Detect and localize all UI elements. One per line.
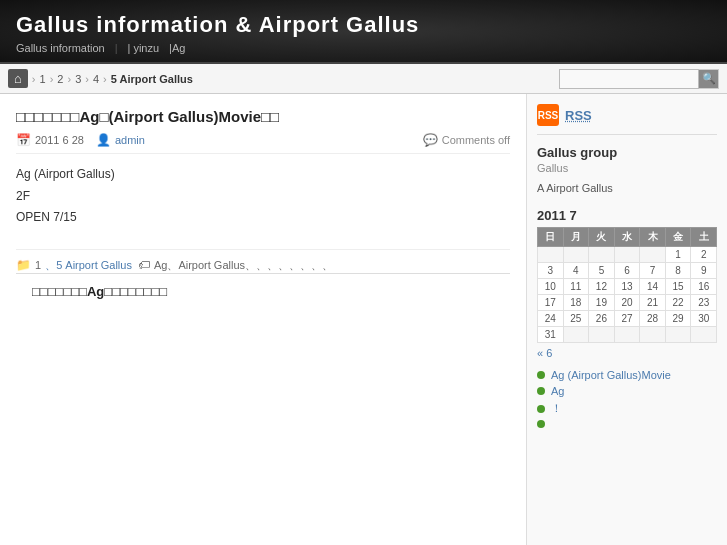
dot-icon-1: [537, 371, 545, 379]
breadcrumb-5[interactable]: 5 Airport Gallus: [111, 73, 193, 85]
cal-cell: [640, 247, 666, 263]
sidebar-link-a[interactable]: A Airport Gallus: [537, 182, 717, 194]
tag-icon: 🏷: [138, 258, 150, 272]
cal-cell: 24: [538, 311, 564, 327]
cal-th-fri: 金: [665, 228, 691, 247]
sidebar-link-label-2[interactable]: Ag: [551, 385, 564, 397]
cal-cell: 19: [589, 295, 615, 311]
gallus-group-section: Gallus group Gallus A Airport Gallus: [537, 145, 717, 194]
footer-folder-num: 1: [35, 259, 41, 271]
site-header: Gallus information & Airport Gallus Gall…: [0, 0, 727, 64]
footer-tags-text: Ag、Airport Gallus、、、、、、、、: [154, 258, 333, 273]
folder-icon: 📁: [16, 258, 31, 272]
footer-tags: 🏷 Ag、Airport Gallus、、、、、、、、: [138, 258, 333, 273]
breadcrumb-link-2[interactable]: 2: [57, 73, 63, 85]
cal-cell: 8: [665, 263, 691, 279]
cal-cell: 27: [614, 311, 640, 327]
article: □□□□□□□Ag□(Airport Gallus)Movie□□ 📅 2011…: [16, 108, 510, 229]
page-bottom-title: □□□□□□□Ag□□□□□□□□: [16, 273, 510, 309]
cal-th-tue: 火: [589, 228, 615, 247]
sidebar-link-item-3: ！: [537, 401, 717, 416]
gallus-group-subtitle: Gallus: [537, 162, 717, 174]
breadcrumb-link-3[interactable]: 3: [75, 73, 81, 85]
breadcrumb-link-4[interactable]: 4: [93, 73, 99, 85]
cal-cell: 31: [538, 327, 564, 343]
breadcrumb-4[interactable]: 4: [93, 73, 99, 85]
dot-icon-4: [537, 420, 545, 428]
cal-cell: 17: [538, 295, 564, 311]
cal-cell: [538, 247, 564, 263]
nav-item-ag: |Ag: [169, 42, 185, 54]
cal-cell: 22: [665, 295, 691, 311]
breadcrumb: ⌂ › 1 › 2 › 3 › 4 › 5 Airport Gallus: [8, 69, 193, 88]
user-icon: 👤: [96, 133, 111, 147]
dot-icon-3: [537, 405, 545, 413]
cal-cell: 3: [538, 263, 564, 279]
cal-th-sat: 土: [691, 228, 717, 247]
search-box: 🔍: [559, 69, 719, 89]
article-meta: 📅 2011 6 28 👤 admin 💬 Comments off: [16, 133, 510, 154]
topbar: ⌂ › 1 › 2 › 3 › 4 › 5 Airport Gallus 🔍: [0, 64, 727, 94]
cal-cell: 23: [691, 295, 717, 311]
cal-cell: [563, 327, 589, 343]
cal-cell: 30: [691, 311, 717, 327]
article-body-line2: 2F: [16, 186, 510, 208]
cal-cell: [589, 247, 615, 263]
site-title: Gallus information & Airport Gallus: [16, 12, 711, 38]
breadcrumb-sep-2: ›: [67, 73, 71, 85]
calendar-table: 日 月 火 水 木 金 土 1 2 3: [537, 227, 717, 343]
cal-th-thu: 木: [640, 228, 666, 247]
cal-cell: 2: [691, 247, 717, 263]
cal-cell: 25: [563, 311, 589, 327]
search-icon: 🔍: [702, 72, 716, 85]
content-area: □□□□□□□Ag□(Airport Gallus)Movie□□ 📅 2011…: [0, 94, 527, 545]
calendar: 2011 7 日 月 火 水 木 金 土 1: [537, 208, 717, 359]
breadcrumb-2[interactable]: 2: [57, 73, 63, 85]
breadcrumb-1[interactable]: 1: [40, 73, 46, 85]
breadcrumb-sep-1: ›: [50, 73, 54, 85]
breadcrumb-sep-3: ›: [85, 73, 89, 85]
rss-label[interactable]: RSS: [565, 108, 592, 123]
article-author[interactable]: 👤 admin: [96, 133, 145, 147]
cal-cell: 7: [640, 263, 666, 279]
breadcrumb-3[interactable]: 3: [75, 73, 81, 85]
article-comments-text: Comments off: [442, 134, 510, 146]
breadcrumb-link-5[interactable]: 5 Airport Gallus: [111, 73, 193, 85]
article-body: Ag (Airport Gallus) 2F OPEN 7/15: [16, 164, 510, 229]
gallus-group-title: Gallus group: [537, 145, 717, 160]
sidebar-link-label-3[interactable]: ！: [551, 401, 562, 416]
search-button[interactable]: 🔍: [699, 69, 719, 89]
search-input[interactable]: [559, 69, 699, 89]
article-title: □□□□□□□Ag□(Airport Gallus)Movie□□: [16, 108, 510, 125]
home-icon: ⌂: [8, 69, 28, 88]
cal-cell: 16: [691, 279, 717, 295]
article-comments: 💬 Comments off: [423, 133, 510, 147]
breadcrumb-link-1[interactable]: 1: [40, 73, 46, 85]
cal-cell: 10: [538, 279, 564, 295]
article-body-line1: Ag (Airport Gallus): [16, 164, 510, 186]
nav-sep1: |: [115, 42, 118, 54]
sidebar-link-label-1[interactable]: Ag (Airport Gallus)Movie: [551, 369, 671, 381]
breadcrumb-sep-0: ›: [32, 73, 36, 85]
cal-th-wed: 水: [614, 228, 640, 247]
comment-icon: 💬: [423, 133, 438, 147]
cal-cell: 6: [614, 263, 640, 279]
cal-cell: 5: [589, 263, 615, 279]
dot-icon-2: [537, 387, 545, 395]
calendar-nav-prev[interactable]: « 6: [537, 347, 717, 359]
cal-cell: 26: [589, 311, 615, 327]
calendar-header: 2011 7: [537, 208, 717, 223]
rss-block: RSS RSS: [537, 104, 717, 135]
link-a-text: A Airport Gallus: [537, 182, 613, 194]
article-author-text: admin: [115, 134, 145, 146]
sidebar-link-item-1: Ag (Airport Gallus)Movie: [537, 369, 717, 381]
footer-folder-name[interactable]: 、5 Airport Gallus: [45, 258, 132, 273]
rss-icon: RSS: [537, 104, 559, 126]
article-footer: 📁 1 、5 Airport Gallus 🏷 Ag、Airport Gallu…: [16, 249, 510, 273]
nav-item-gallus: Gallus information: [16, 42, 105, 54]
breadcrumb-home[interactable]: ⌂: [8, 69, 28, 88]
cal-cell: 29: [665, 311, 691, 327]
main-layout: □□□□□□□Ag□(Airport Gallus)Movie□□ 📅 2011…: [0, 94, 727, 545]
article-body-line3: OPEN 7/15: [16, 207, 510, 229]
cal-cell: [563, 247, 589, 263]
